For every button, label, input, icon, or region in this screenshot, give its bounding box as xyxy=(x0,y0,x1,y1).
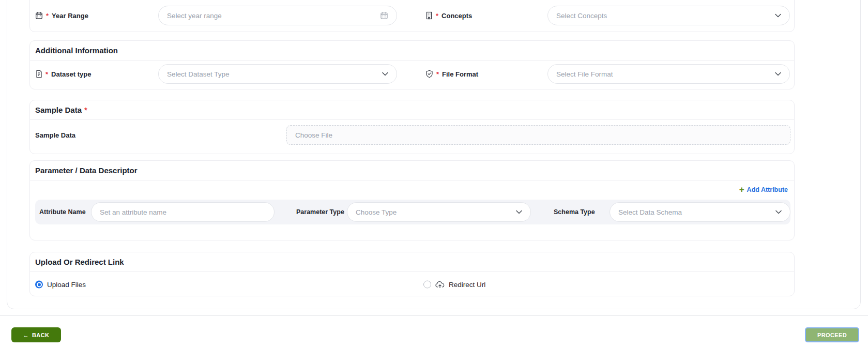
year-range-label: * Year Range xyxy=(35,12,88,20)
radio-selected-icon[interactable] xyxy=(35,281,43,289)
redirect-url-radio[interactable]: Redirect Url xyxy=(423,281,485,289)
attribute-name-label: Attribute Name xyxy=(39,208,86,216)
section-upload-or-redirect: Upload Or Redirect Link Upload Files Red… xyxy=(29,252,795,296)
cloud-upload-icon xyxy=(435,281,445,289)
chevron-down-icon xyxy=(516,210,522,214)
concepts-select[interactable]: Select Concepts xyxy=(547,6,790,25)
upload-files-radio[interactable]: Upload Files xyxy=(35,281,86,289)
chevron-down-icon xyxy=(382,72,388,76)
additional-information-title: Additional Information xyxy=(30,41,794,61)
year-range-text-input[interactable] xyxy=(167,12,376,20)
concepts-label: * Concepts xyxy=(425,11,472,20)
section-basic-info: * Year Range xyxy=(29,0,795,32)
schema-type-select[interactable]: Select Data Schema xyxy=(610,202,790,222)
building-icon xyxy=(425,11,433,20)
footer-divider xyxy=(0,315,868,316)
attribute-row: Attribute Name Parameter Type Choose Typ… xyxy=(35,200,790,224)
attribute-name-input[interactable] xyxy=(91,202,275,222)
section-additional-information: Additional Information * Dataset type Se… xyxy=(29,40,795,89)
parameter-type-label: Parameter Type xyxy=(296,208,344,216)
calendar-picker-icon[interactable] xyxy=(380,11,388,20)
plus-icon: + xyxy=(739,185,744,194)
chevron-down-icon xyxy=(775,210,782,214)
sample-data-label: Sample Data xyxy=(35,131,75,139)
file-format-label: * File Format xyxy=(425,70,478,78)
attribute-name-text-input[interactable] xyxy=(100,208,266,216)
calendar-icon xyxy=(35,12,43,20)
proceed-button[interactable]: PROCEED xyxy=(805,327,859,342)
dataset-type-select[interactable]: Select Dataset Type xyxy=(158,64,397,84)
document-icon xyxy=(35,70,42,78)
schema-type-label: Schema Type xyxy=(554,208,595,216)
dataset-type-label: * Dataset type xyxy=(35,70,91,78)
add-attribute-button[interactable]: + Add Attribute xyxy=(739,185,788,194)
chevron-down-icon xyxy=(775,72,781,76)
year-range-input[interactable] xyxy=(158,6,397,25)
back-button[interactable]: ← BACK xyxy=(11,327,61,342)
chevron-down-icon xyxy=(775,13,781,18)
section-sample-data: Sample Data * Sample Data Choose File xyxy=(29,100,795,154)
parameter-type-select[interactable]: Choose Type xyxy=(347,202,531,222)
parameter-descriptor-title: Parameter / Data Descriptor xyxy=(30,161,794,180)
arrow-left-icon: ← xyxy=(23,332,29,338)
section-parameter-descriptor: Parameter / Data Descriptor + Add Attrib… xyxy=(29,160,795,240)
shield-check-icon xyxy=(425,70,433,78)
sample-data-file-input[interactable]: Choose File xyxy=(286,125,790,145)
file-format-select[interactable]: Select File Format xyxy=(547,64,790,84)
sample-data-title: Sample Data * xyxy=(30,100,794,120)
page: * Year Range xyxy=(0,0,868,347)
radio-unselected-icon[interactable] xyxy=(423,281,431,289)
upload-or-redirect-title: Upload Or Redirect Link xyxy=(30,252,794,272)
